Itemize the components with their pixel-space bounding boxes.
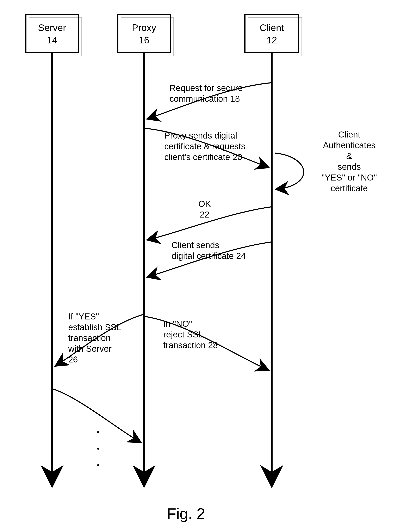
svg-text:Proxy sends digital: Proxy sends digital bbox=[164, 131, 237, 140]
svg-text:26: 26 bbox=[68, 355, 78, 364]
msg-no-reject-ssl-28: In "NO" reject SSL transaction 28 bbox=[144, 316, 269, 370]
svg-point-33 bbox=[97, 448, 99, 450]
msg-request-secure-18: Request for secure communication 18 bbox=[147, 83, 272, 119]
svg-text:establish SSL: establish SSL bbox=[68, 322, 121, 332]
msg-proxy-sends-cert-20: Proxy sends digital certificate & reques… bbox=[144, 128, 269, 167]
svg-text:22: 22 bbox=[200, 210, 209, 219]
msg-ok-22: OK 22 bbox=[147, 199, 272, 240]
client-ref: 12 bbox=[266, 35, 277, 45]
svg-rect-0 bbox=[26, 14, 79, 53]
svg-text:transaction 28: transaction 28 bbox=[163, 340, 218, 350]
ellipsis-icon bbox=[97, 431, 99, 466]
svg-text:client's certificate 20: client's certificate 20 bbox=[164, 152, 242, 162]
sequence-diagram: Server 14 Proxy 16 Client 12 Request for… bbox=[0, 0, 404, 532]
svg-text:digital certificate 24: digital certificate 24 bbox=[171, 251, 246, 261]
svg-text:communication 18: communication 18 bbox=[170, 94, 240, 104]
client-name: Client bbox=[259, 22, 284, 33]
proxy-name: Proxy bbox=[132, 22, 156, 33]
msg-client-authenticates: Client Authenticates & sends "YES" or "N… bbox=[275, 130, 377, 193]
svg-text:Client: Client bbox=[338, 130, 360, 139]
svg-text:&: & bbox=[346, 151, 352, 161]
lifeline-server: Server 14 bbox=[26, 14, 82, 486]
msg-continuation bbox=[52, 389, 141, 442]
svg-text:certificate: certificate bbox=[331, 183, 368, 193]
figure-caption: Fig. 2 bbox=[167, 505, 205, 522]
svg-text:sends: sends bbox=[338, 162, 361, 172]
msg-client-sends-cert-24: Client sends digital certificate 24 bbox=[147, 240, 272, 277]
svg-text:OK: OK bbox=[198, 199, 211, 209]
svg-text:Authenticates: Authenticates bbox=[323, 140, 376, 150]
svg-point-34 bbox=[97, 464, 99, 466]
svg-text:In "NO": In "NO" bbox=[163, 319, 192, 328]
server-ref: 14 bbox=[47, 35, 57, 45]
svg-rect-3 bbox=[118, 14, 170, 53]
proxy-ref: 16 bbox=[139, 35, 149, 45]
svg-text:Request for secure: Request for secure bbox=[170, 83, 243, 93]
msg-yes-establish-ssl-26: If "YES" establish SSL transaction with … bbox=[55, 312, 144, 366]
svg-text:"YES" or "NO": "YES" or "NO" bbox=[322, 173, 377, 182]
svg-text:certificate & requests: certificate & requests bbox=[164, 141, 245, 151]
diagram-svg: Server 14 Proxy 16 Client 12 Request for… bbox=[0, 0, 404, 532]
server-name: Server bbox=[38, 22, 66, 33]
svg-text:transaction: transaction bbox=[68, 333, 111, 343]
svg-text:If "YES": If "YES" bbox=[68, 312, 99, 321]
svg-text:reject SSL: reject SSL bbox=[163, 330, 203, 339]
svg-point-32 bbox=[97, 431, 99, 433]
svg-text:with Server: with Server bbox=[68, 344, 112, 353]
lifeline-proxy: Proxy 16 bbox=[118, 14, 174, 486]
svg-rect-6 bbox=[245, 14, 299, 53]
svg-text:Client sends: Client sends bbox=[171, 240, 219, 250]
